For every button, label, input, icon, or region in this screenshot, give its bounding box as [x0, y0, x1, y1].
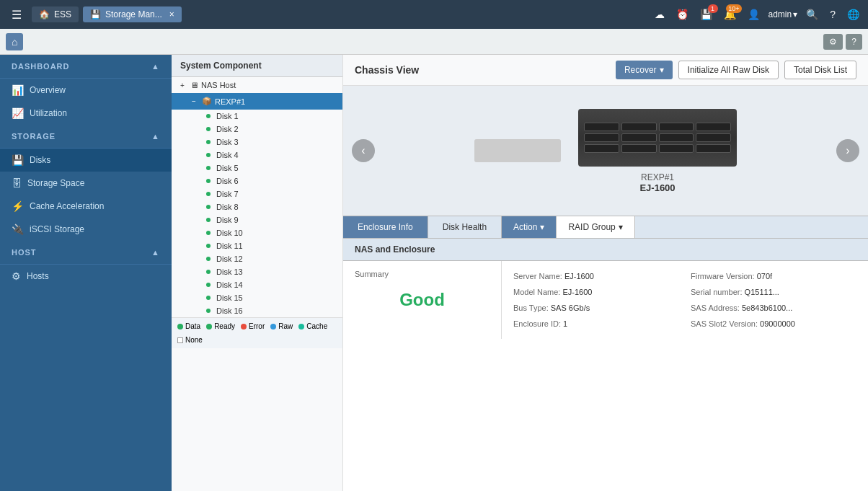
initialize-raw-button[interactable]: Initialize All Raw Disk [678, 61, 779, 79]
tree-disk-item-11[interactable]: Disk 11 [172, 239, 342, 252]
tree-disk-item-1[interactable]: Disk 1 [172, 110, 342, 123]
disk-dot-10 [206, 231, 211, 235]
storage-icon: 💾 [90, 9, 101, 19]
nas-detail-value-3: Q15111... [745, 288, 779, 296]
sidebar-item-overview[interactable]: 📊 Overview [0, 79, 172, 102]
data-legend-dot [177, 324, 183, 329]
host-section[interactable]: HOST ▲ [0, 241, 172, 265]
sidebar-item-hosts[interactable]: ⚙ Hosts [0, 265, 172, 288]
second-bar: ⌂ ⚙ ? [0, 29, 868, 55]
sidebar-item-utilization[interactable]: 📈 Utilization [0, 102, 172, 125]
tab-enclosure-info[interactable]: Enclosure Info [343, 216, 428, 238]
nas-detail-value-1: 070f [757, 272, 772, 280]
admin-button[interactable]: admin ▾ [769, 9, 798, 19]
disks-icon: 💾 [12, 154, 24, 166]
tree-disk-item-15[interactable]: Disk 15 [172, 291, 342, 304]
active-tab[interactable]: 💾 Storage Man... × [83, 6, 182, 22]
recover-button[interactable]: Recover ▾ [616, 61, 673, 79]
top-bar: ☰ 🏠 ESS 💾 Storage Man... × ☁ ⏰ 💾1 🔔10+ 👤… [0, 0, 868, 29]
legend-ready: Ready [206, 322, 235, 330]
tree-disk-item-3[interactable]: Disk 3 [172, 136, 342, 149]
action-tabs: Enclosure Info Disk Health Action ▾ RAID… [343, 216, 868, 239]
host-label: HOST [12, 248, 37, 257]
tree-node-nas-host[interactable]: + 🖥 NAS Host [172, 77, 342, 93]
secondary-device-img [474, 139, 561, 162]
carousel-right-button[interactable]: › [836, 139, 859, 162]
tree-disk-item-6[interactable]: Disk 6 [172, 174, 342, 187]
none-legend-label: None [185, 336, 203, 344]
tree-disk-item-10[interactable]: Disk 10 [172, 226, 342, 239]
close-tab-button[interactable]: × [169, 9, 174, 19]
cloud-icon[interactable]: ☁ [652, 6, 668, 23]
help-icon[interactable]: ? [827, 6, 838, 23]
sidebar-item-storage-space[interactable]: 🗄 Storage Space [0, 172, 172, 195]
tree-node-rexp1[interactable]: − 📦 REXP#1 [172, 93, 342, 110]
nas-detail-1: Firmware Version: 070f [691, 270, 856, 283]
carousel-left-button[interactable]: ‹ [352, 139, 375, 162]
tree-disk-item-9[interactable]: Disk 9 [172, 213, 342, 226]
cache-icon: ⚡ [12, 200, 24, 212]
nas-detail-value-0: EJ-1600 [564, 272, 594, 280]
tab-disk-health[interactable]: Disk Health [428, 216, 502, 238]
cache-legend-dot [298, 324, 304, 329]
chassis-device-model: EJ-1600 [578, 182, 737, 193]
tree-disk-item-5[interactable]: Disk 5 [172, 162, 342, 174]
nas-status: Good [355, 290, 490, 310]
clock-icon[interactable]: ⏰ [673, 6, 691, 23]
tab-action[interactable]: Action ▾ [502, 216, 557, 238]
hamburger-button[interactable]: ☰ [6, 5, 27, 25]
second-bar-left: ⌂ [6, 33, 23, 50]
nas-detail-7: SAS Slot2 Version: 09000000 [691, 317, 856, 330]
nas-header: NAS and Enclosure [343, 239, 868, 261]
sidebar-item-disks[interactable]: 💾 Disks [0, 149, 172, 172]
dashboard-section[interactable]: DASHBOARD ▲ [0, 55, 172, 79]
home-nav-button[interactable]: ⌂ [6, 33, 23, 50]
user-icon[interactable]: 👤 [745, 6, 763, 23]
tree-disk-item-12[interactable]: Disk 12 [172, 252, 342, 265]
rexp1-label: REXP#1 [215, 97, 245, 106]
expand-icon: + [177, 81, 187, 89]
dashboard-toggle-icon: ▲ [151, 62, 160, 71]
sidebar-item-iscsi[interactable]: 🔌 iSCSI Storage [0, 218, 172, 241]
total-disk-list-button[interactable]: Total Disk List [784, 61, 856, 79]
storage-section[interactable]: STORAGE ▲ [0, 125, 172, 149]
tree-disk-item-16[interactable]: Disk 16 [172, 304, 342, 317]
recover-label: Recover [624, 65, 657, 75]
overview-icon: 📊 [12, 84, 24, 96]
chassis-device-main[interactable]: REXP#1 EJ-1600 [578, 109, 737, 193]
nas-detail-value-6: 1 [563, 319, 567, 328]
tree-disk-item-8[interactable]: Disk 8 [172, 200, 342, 213]
nas-detail-label-4: Bus Type: [513, 304, 549, 312]
globe-icon[interactable]: 🌐 [844, 6, 862, 23]
nas-detail-label-2: Model Name: [513, 288, 560, 296]
sidebar: DASHBOARD ▲ 📊 Overview 📈 Utilization STO… [0, 55, 172, 491]
disk-list: Disk 1Disk 2Disk 3Disk 4Disk 5Disk 6Disk… [172, 110, 342, 317]
tab-raid-group[interactable]: RAID Group ▾ [557, 216, 634, 238]
nas-section: NAS and Enclosure Summary Good Server Na… [343, 239, 868, 491]
disk-dot-4 [206, 153, 211, 157]
tree-disk-item-14[interactable]: Disk 14 [172, 278, 342, 291]
tree-disk-item-4[interactable]: Disk 4 [172, 149, 342, 162]
home-icon: 🏠 [39, 9, 50, 19]
settings-button[interactable]: ⚙ [823, 34, 843, 50]
overview-label: Overview [30, 85, 66, 95]
tree-legend: Data Ready Error Raw Cache None [172, 317, 342, 348]
tree-disk-item-2[interactable]: Disk 2 [172, 123, 342, 136]
disk-dot-15 [206, 296, 211, 300]
alert-badge: 10+ [726, 4, 741, 13]
disk-dot-6 [206, 179, 211, 183]
tree-disk-item-7[interactable]: Disk 7 [172, 187, 342, 200]
search-icon[interactable]: 🔍 [803, 6, 821, 23]
chassis-device-name: REXP#1 [578, 172, 737, 182]
tree-disk-item-13[interactable]: Disk 13 [172, 265, 342, 278]
help-button[interactable]: ? [846, 34, 862, 50]
alert-icon[interactable]: 🔔10+ [721, 6, 739, 23]
content-area: Chassis View Recover ▾ Initialize All Ra… [343, 55, 868, 491]
nas-detail-2: Model Name: EJ-1600 [513, 286, 679, 298]
sidebar-item-cache-acceleration[interactable]: ⚡ Cache Acceleration [0, 195, 172, 218]
tree-panel: System Component + 🖥 NAS Host − 📦 REXP#1… [172, 55, 343, 491]
nas-detail-label-5: SAS Address: [691, 304, 740, 312]
chassis-device-secondary[interactable] [474, 139, 561, 162]
backup-icon[interactable]: 💾1 [697, 6, 715, 23]
home-tab[interactable]: 🏠 ESS [32, 6, 79, 22]
